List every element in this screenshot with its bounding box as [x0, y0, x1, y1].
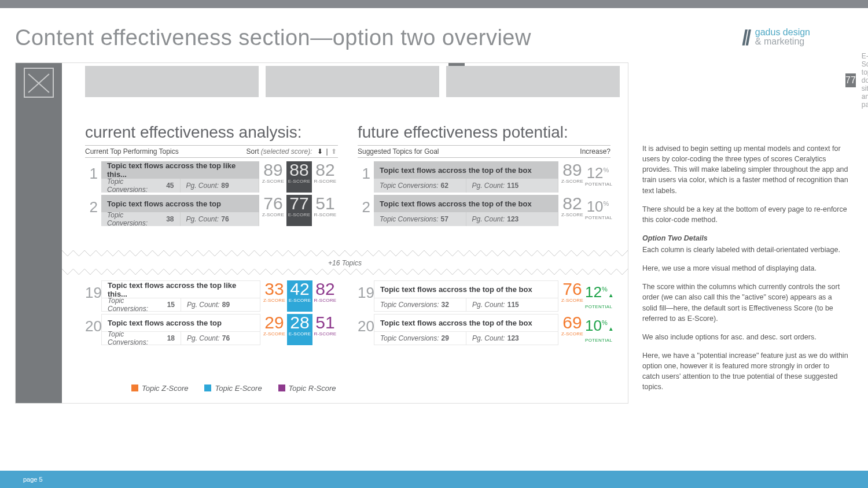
topic-row[interactable]: 2 Topic text flows accross the top Topic…: [85, 195, 338, 226]
row-rank: 19: [358, 280, 370, 312]
topic-pagecount: Pg. Count: 76: [181, 212, 260, 226]
tabs-row: 77 E-Score topic: dolor sit ament parque: [62, 63, 628, 100]
topic-pagecount: Pg. Count: 76: [181, 331, 260, 345]
top-bar: [0, 0, 868, 8]
topic-row[interactable]: 20 Topic text flows accross the top Topi…: [85, 314, 338, 345]
topic-row[interactable]: 20 Topic text flows accross the top of t…: [358, 314, 610, 345]
topic-pagecount: Pg. Count: 115: [466, 298, 558, 312]
legend-swatch-z: [131, 385, 138, 391]
topic-row[interactable]: 19 Topic text flows accross the top of t…: [358, 280, 610, 312]
topic-conversions: Topic Conversions: 57: [374, 212, 466, 226]
annotation-p5: The score within the columns which curre…: [642, 282, 848, 324]
sort-asc-icon[interactable]: ⬆: [330, 147, 338, 156]
mockup-sidebar: [16, 63, 62, 403]
left-subheader: Current Top Performing Topics Sort (sele…: [85, 145, 338, 158]
right-column: future effectiveness potential: Suggeste…: [358, 123, 610, 228]
legend-swatch-r: [278, 385, 285, 391]
sort-controls: Sort (selected score): ⬇ | ⬆: [246, 147, 338, 156]
annotation-p4: Here, we use a more visual method of dis…: [642, 263, 848, 273]
score-group: 89Z-SCORE 88E-SCORE 82R-SCORE: [260, 161, 338, 193]
topic-title: Topic text flows accross the top: [101, 314, 260, 331]
score-group: 76Z-SCORE 12%▲POTENTIAL: [560, 280, 610, 312]
tab-placeholder-1[interactable]: [85, 66, 259, 97]
topic-title: Topic text flows accross the top of the …: [374, 314, 558, 331]
legend-swatch-e: [204, 385, 211, 391]
topic-conversions: Topic Conversions: 62: [374, 179, 466, 193]
score-group: 33Z-SCORE 42E-SCORE 82R-SCORE: [262, 280, 338, 312]
row-rank: 1: [358, 161, 370, 193]
topic-conversions: Topic Conversions: 15: [101, 298, 181, 312]
logo-text-line2: & marketing: [755, 37, 810, 46]
tab-placeholder-3[interactable]: 77 E-Score topic: dolor sit ament parque: [446, 66, 620, 97]
score-group: 29Z-SCORE 28E-SCORE 51R-SCORE: [262, 314, 338, 345]
sort-label: Sort: [246, 147, 259, 156]
row-rank: 20: [358, 314, 370, 345]
tab-placeholder-2[interactable]: [266, 66, 439, 97]
topic-row[interactable]: 1 Topic text flows accross the top like …: [85, 161, 338, 193]
topic-pagecount: Pg. Count: 123: [466, 212, 559, 226]
score-group: 82Z-SCORE 10%POTENTIAL: [560, 195, 610, 226]
page-title: Content effectiveness section—option two…: [0, 8, 868, 50]
topic-row[interactable]: 2 Topic text flows accross the top of th…: [358, 195, 610, 226]
left-heading: current effectiveness analysis:: [85, 123, 338, 142]
score-group: 89Z-SCORE 12%POTENTIAL: [560, 161, 610, 193]
annotation-text: It is advised to begin setting up mental…: [642, 143, 848, 400]
right-subheader-title: Suggested Topics for Goal: [358, 147, 439, 156]
topic-title: Topic text flows accross the top of the …: [374, 161, 558, 179]
annotation-p7: Here, we have a "potential increase" fea…: [642, 350, 848, 393]
topic-row[interactable]: 1 Topic text flows accross the top of th…: [358, 161, 610, 193]
logo-slashes-icon: //: [742, 28, 749, 49]
annotation-p3: Each column is clearly labeled with deta…: [642, 245, 848, 255]
topic-pagecount: Pg. Count: 123: [466, 331, 558, 345]
sort-desc-icon[interactable]: ⬇: [316, 147, 324, 156]
annotation-p2: There should be a key at the bottom of e…: [642, 204, 848, 225]
topic-title: Topic text flows accross the top like th…: [101, 280, 260, 298]
topic-title: Topic text flows accross the top: [101, 195, 259, 212]
pill-label: E-Score topic: dolor sit ament parque: [862, 52, 868, 109]
topic-pagecount: Pg. Count: 89: [181, 298, 260, 312]
topic-conversions: Topic Conversions: 29: [374, 331, 466, 345]
topic-conversions: Topic Conversions: 32: [374, 298, 466, 312]
annotation-subhead: Option Two Details: [642, 233, 848, 243]
legend-z: Topic Z-Score: [142, 384, 188, 393]
topic-row[interactable]: 19 Topic text flows accross the top like…: [85, 280, 338, 312]
pill-value: 77: [845, 73, 856, 87]
score-group: 76Z-SCORE 77E-SCORE 51R-SCORE: [260, 195, 338, 226]
score-group: 69Z-SCORE 10%▲POTENTIAL: [560, 314, 610, 345]
annotation-p6: We also include options for asc. and des…: [642, 332, 848, 342]
brand-logo: // gadus design & marketing: [742, 28, 810, 49]
row-rank: 2: [358, 195, 370, 226]
topic-pagecount: Pg. Count: 89: [181, 179, 260, 193]
left-subheader-title: Current Top Performing Topics: [85, 147, 179, 156]
topic-conversions: Topic Conversions: 18: [101, 331, 181, 345]
topic-pagecount: Pg. Count: 115: [466, 179, 559, 193]
left-column: current effectiveness analysis: Current …: [85, 123, 338, 228]
more-topics-label: +16 Topics: [62, 259, 628, 267]
topic-conversions: Topic Conversions: 45: [101, 179, 181, 193]
right-subheader: Suggested Topics for Goal Increase?: [358, 145, 610, 158]
row-rank: 19: [85, 280, 98, 312]
topic-title: Topic text flows accross the top of the …: [374, 280, 558, 298]
topic-conversions: Topic Conversions: 38: [101, 212, 181, 226]
row-rank: 2: [85, 195, 98, 226]
legend-e: Topic E-Score: [215, 384, 262, 393]
page-number: page 5: [23, 476, 43, 483]
increase-label: Increase?: [580, 147, 610, 156]
row-rank: 1: [85, 161, 98, 193]
mockup-frame: 77 E-Score topic: dolor sit ament parque…: [15, 62, 628, 404]
page-footer: page 5: [0, 471, 868, 488]
row-rank: 20: [85, 314, 98, 345]
legend-r: Topic R-Score: [289, 384, 336, 393]
annotation-p1: It is advised to begin setting up mental…: [642, 143, 848, 196]
topic-title: Topic text flows accross the top of the …: [374, 195, 558, 212]
sort-note: (selected score):: [261, 147, 312, 156]
right-heading: future effectiveness potential:: [358, 123, 610, 142]
topic-title: Topic text flows accross the top like th…: [101, 161, 259, 179]
increase-arrow-icon: ▲: [608, 326, 614, 332]
legend: Topic Z-Score Topic E-Score Topic R-Scor…: [131, 384, 336, 393]
increase-arrow-icon: ▲: [608, 292, 614, 298]
placeholder-x-icon: [24, 68, 54, 98]
logo-text-line1: gadus design: [755, 28, 810, 37]
